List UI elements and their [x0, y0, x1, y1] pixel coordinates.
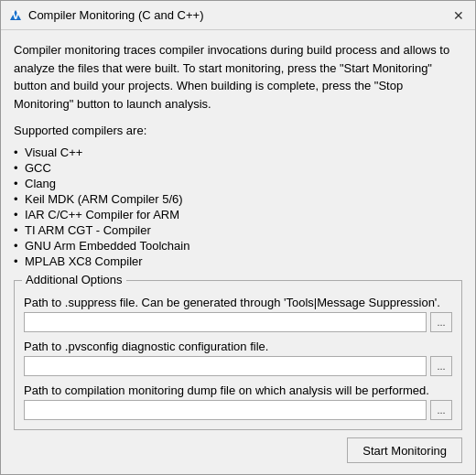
description-text: Compiler monitoring traces compiler invo…: [14, 41, 462, 113]
svg-text:V: V: [12, 8, 20, 22]
compiler-list-item: Keil MDK (ARM Compiler 5/6): [14, 191, 462, 207]
dump-file-row: Path to compilation monitoring dump file…: [24, 383, 452, 420]
compiler-list-item: Visual C++: [14, 145, 462, 160]
pvsconfig-file-row: Path to .pvsconfig diagnostic configurat…: [24, 340, 452, 376]
compiler-list-item: MPLAB XC8 Compiler: [14, 254, 462, 269]
dump-file-input[interactable]: [24, 400, 427, 420]
pvsconfig-file-label: Path to .pvsconfig diagnostic configurat…: [24, 340, 452, 353]
compiler-list-item: GCC: [14, 160, 462, 176]
suppress-file-label: Path to .suppress file. Can be generated…: [24, 296, 452, 309]
dump-file-label: Path to compilation monitoring dump file…: [24, 383, 452, 397]
dialog-title: Compiler Monitoring (C and C++): [28, 8, 449, 22]
compiler-list-item: IAR C/C++ Compiler for ARM: [14, 207, 462, 222]
dump-file-browse-btn[interactable]: ...: [430, 400, 452, 420]
pvsconfig-file-input[interactable]: [24, 356, 427, 376]
additional-options-group: Additional Options Path to .suppress fil…: [14, 280, 462, 430]
compiler-list-item: GNU Arm Embedded Toolchain: [14, 238, 462, 254]
options-legend: Additional Options: [22, 273, 126, 286]
compiler-list-item: TI ARM CGT - Compiler: [14, 222, 462, 238]
compiler-list-item: Clang: [14, 176, 462, 191]
suppress-file-row: Path to .suppress file. Can be generated…: [24, 296, 452, 332]
title-bar: V Compiler Monitoring (C and C++) ✕: [1, 1, 475, 30]
suppress-file-browse-btn[interactable]: ...: [430, 312, 452, 332]
compilers-title: Supported compilers are:: [14, 124, 462, 137]
close-button[interactable]: ✕: [449, 6, 468, 25]
dialog-content: Compiler monitoring traces compiler invo…: [1, 30, 475, 430]
pvsconfig-file-browse-btn[interactable]: ...: [430, 356, 452, 376]
pvs-logo-icon: V: [8, 8, 23, 23]
compiler-monitoring-dialog: V Compiler Monitoring (C and C++) ✕ Comp…: [0, 0, 476, 475]
suppress-file-input[interactable]: [24, 312, 427, 332]
dialog-footer: Start Monitoring: [1, 430, 475, 474]
compilers-list: Visual C++GCCClangKeil MDK (ARM Compiler…: [14, 145, 462, 269]
start-monitoring-button[interactable]: Start Monitoring: [347, 437, 462, 463]
